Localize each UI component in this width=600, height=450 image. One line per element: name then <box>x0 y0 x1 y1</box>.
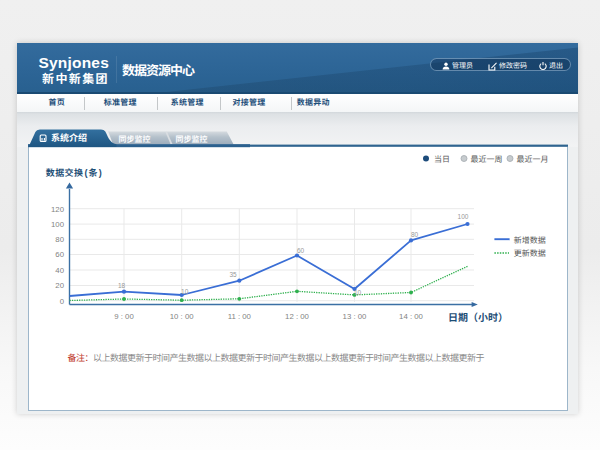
svg-text:60: 60 <box>55 250 64 259</box>
svg-text:10: 10 <box>354 289 362 296</box>
svg-text:新增数据: 新增数据 <box>514 234 546 245</box>
svg-text:80: 80 <box>411 231 419 238</box>
svg-text:80: 80 <box>55 235 64 244</box>
svg-text:100: 100 <box>51 220 65 229</box>
svg-text:当日: 当日 <box>434 153 450 164</box>
svg-text:更新数据: 更新数据 <box>514 247 546 258</box>
svg-text:40: 40 <box>55 266 64 275</box>
svg-text:同步监控: 同步监控 <box>176 133 208 144</box>
svg-text:11 : 00: 11 : 00 <box>228 312 252 321</box>
svg-text:同步监控: 同步监控 <box>119 133 151 144</box>
svg-text:20: 20 <box>55 281 64 290</box>
svg-text:系统介绍: 系统介绍 <box>51 131 87 144</box>
svg-text:14 : 00: 14 : 00 <box>399 312 424 321</box>
svg-text:0: 0 <box>60 297 65 306</box>
svg-text:9 : 00: 9 : 00 <box>114 312 134 321</box>
svg-text:60: 60 <box>297 247 305 254</box>
svg-text:最近一周: 最近一周 <box>471 153 503 164</box>
svg-text:100: 100 <box>458 213 469 220</box>
svg-text:12 : 00: 12 : 00 <box>285 312 310 321</box>
svg-text:最近一月: 最近一月 <box>517 153 549 164</box>
svg-text:10 : 00: 10 : 00 <box>170 312 195 321</box>
svg-text:10: 10 <box>181 288 189 295</box>
svg-text:数据交换(条): 数据交换(条) <box>46 166 102 179</box>
svg-text:日期（小时）: 日期（小时） <box>448 309 508 324</box>
svg-text:120: 120 <box>51 205 65 214</box>
svg-text:18: 18 <box>118 282 126 289</box>
svg-text:备注：以上数据更新于时间产生数据以上数据更新于时间产生数据以: 备注：以上数据更新于时间产生数据以上数据更新于时间产生数据以上数据更新于时间产生… <box>68 351 485 364</box>
svg-text:13 : 00: 13 : 00 <box>343 312 368 321</box>
svg-text:35: 35 <box>229 271 237 278</box>
